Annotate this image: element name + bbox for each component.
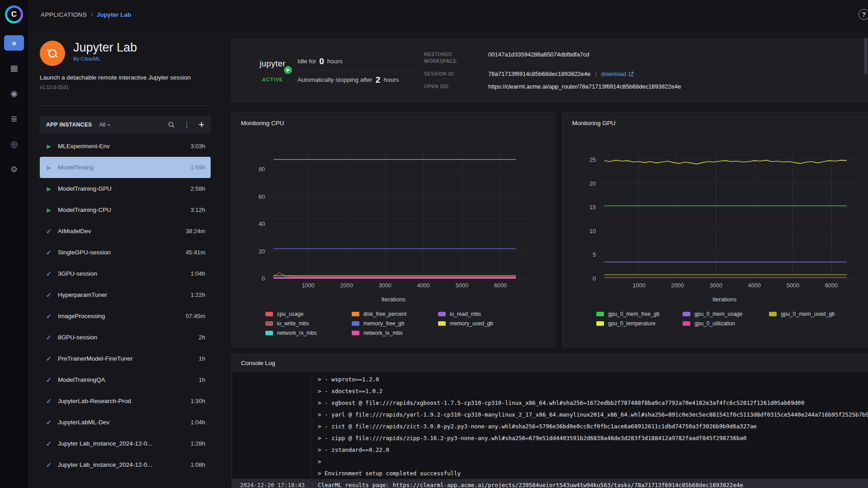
legend-item[interactable]: gpu_0_mem_used_gb — [769, 311, 853, 317]
help-icon[interactable]: ? — [859, 9, 868, 20]
legend-item[interactable]: gpu_0_mem_free_gb — [596, 311, 680, 317]
svg-text:0: 0 — [262, 275, 265, 282]
legend-swatch-icon — [265, 312, 273, 316]
cpu-chart-plot: 100020003000400050006000020406080 — [241, 142, 546, 294]
console-body[interactable]: > - wsproto==1.2.0> - xdoctest==1.0.2> -… — [232, 372, 868, 488]
completed-status-icon: ✓ — [45, 397, 52, 405]
open-ide-value[interactable]: https://clearml.acme.ai/app_router/78a71… — [488, 83, 681, 90]
legend-item[interactable]: cpu_usage — [265, 311, 349, 317]
instance-time: 45:41m — [186, 249, 205, 256]
legend-item[interactable]: disk_free_percent — [352, 311, 435, 317]
instances-filter-dropdown[interactable]: All ▾ — [99, 122, 110, 128]
jupyter-app-logo — [40, 41, 65, 66]
svg-text:0: 0 — [593, 275, 596, 282]
legend-item[interactable]: network_tx_mbs — [352, 330, 435, 336]
console-line-text: > - zict @ file:///rapids/zict-3.0.0-py2… — [311, 423, 757, 430]
gpu-chart-card: Monitoring GPU 1000200030004000500060000… — [562, 112, 868, 347]
instance-row[interactable]: ✓JupyterLab-Research-Prod1:30h — [40, 390, 211, 412]
restored-workspace-value: 00147a1d33594286a65074dbfbdfa7cd — [488, 51, 681, 58]
topbar: APPLICATIONS / Jupyter Lab ? RE — [28, 0, 868, 29]
stop-hours: 2 — [376, 75, 381, 85]
legend-label: disk_free_percent — [363, 311, 406, 317]
sidebar-item-datasets[interactable]: ◉ — [4, 86, 24, 101]
play-badge-icon — [283, 65, 293, 75]
legend-label: memory_free_gb — [363, 320, 405, 327]
instance-time: 1:04h — [190, 270, 205, 277]
download-link[interactable]: download — [601, 70, 634, 77]
instance-name: ImageProcessing — [58, 313, 180, 319]
instance-row[interactable]: ▶ModelTraining-GPU2:58h — [40, 178, 211, 199]
instance-name: ModelTrainingQA — [58, 376, 193, 383]
legend-item[interactable]: gpu_0_mem_usage — [683, 311, 766, 317]
session-logo: jupyter ACTIVE — [252, 59, 293, 82]
instance-row[interactable]: ✓HyperparamTuner1:22h — [40, 284, 211, 305]
legend-item[interactable]: memory_used_gb — [438, 320, 522, 327]
sidebar-item-models[interactable]: ◎ — [4, 136, 24, 152]
instance-time: 3:12h — [190, 206, 205, 213]
instance-row[interactable]: ✓3GPU-session1:04h — [40, 263, 211, 284]
legend-item[interactable]: io_read_mbs — [438, 311, 522, 317]
search-icon[interactable] — [168, 121, 175, 128]
instance-row[interactable]: ✓AIModelDev38:24m — [40, 221, 211, 242]
jupyter-wordmark: jupyter — [259, 59, 286, 69]
sidebar-item-applications[interactable]: » — [4, 35, 24, 51]
instance-row[interactable]: ✓8GPU-session2h — [40, 327, 211, 348]
legend-item[interactable]: memory_free_gb — [352, 320, 435, 327]
completed-status-icon: ✓ — [45, 418, 52, 427]
sidebar-item-projects[interactable]: ▦ — [4, 61, 24, 76]
breadcrumb-current[interactable]: Jupyter Lab — [97, 11, 132, 18]
stop-prefix: Automatically stopping after — [297, 76, 373, 83]
breadcrumb-applications[interactable]: APPLICATIONS — [41, 11, 87, 18]
legend-item[interactable]: network_rx_mbs — [265, 330, 349, 336]
instance-row[interactable]: ✓PreTrainerModel-FineTuner1h — [40, 348, 211, 369]
svg-text:4000: 4000 — [748, 282, 761, 289]
icon-rail: C »▦◉≣◎⚙ — [0, 0, 28, 488]
instance-row[interactable]: ✓Jupyter Lab_instance_2024-12-0...1:28h — [40, 433, 211, 454]
instance-row[interactable]: ✓Jupyter Lab_instance_2024-12-0...1:08h — [40, 454, 211, 475]
legend-item[interactable]: gpu_0_temperature — [596, 320, 680, 327]
instance-row[interactable]: ✓ModelTrainingQA1h — [40, 369, 211, 390]
legend-swatch-icon — [352, 331, 359, 335]
legend-swatch-icon — [265, 321, 273, 326]
kebab-menu-icon[interactable]: ⋮ — [183, 121, 190, 129]
instance-row[interactable]: ▶ModelTesting1:59h — [40, 157, 211, 178]
completed-status-icon: ✓ — [45, 312, 52, 320]
instance-row[interactable]: ▶MLExperiment-Env3:03h — [40, 136, 211, 157]
sidebar-item-pipelines[interactable]: ≣ — [4, 111, 24, 127]
instance-time: 1h — [199, 355, 205, 362]
add-instance-button[interactable]: + — [198, 120, 204, 130]
console-line-text: > Environment setup completed successful… — [311, 470, 461, 477]
clearml-logo[interactable]: C — [5, 5, 23, 23]
instance-time: 2h — [199, 334, 205, 341]
svg-text:25: 25 — [590, 156, 596, 163]
app-byline[interactable]: By ClearML — [73, 56, 137, 61]
instance-time: 1:08h — [190, 461, 205, 468]
sidebar-item-workers[interactable]: ⚙ — [4, 162, 24, 177]
svg-text:3000: 3000 — [710, 282, 722, 289]
instance-row[interactable]: ✓SingleGPU-session45:41m — [40, 242, 211, 263]
console-line-text: > - wsproto==1.2.0 — [311, 376, 379, 383]
legend-item[interactable]: io_write_mbs — [265, 320, 349, 327]
instance-row[interactable]: ✓JupyterLabML-Dev1:04h — [40, 412, 211, 433]
instances-filter-label: All — [99, 122, 105, 128]
instance-row[interactable]: ✓ImageProcessing07:45m — [40, 305, 211, 327]
legend-swatch-icon — [596, 312, 604, 316]
legend-item[interactable]: gpu_0_utilization — [683, 320, 766, 327]
svg-text:6000: 6000 — [494, 282, 507, 289]
console-line: > - zict @ file:///rapids/zict-3.0.0-py2… — [232, 420, 868, 432]
console-line: > - zipp @ file:///rapids/zipp-3.16.2-py… — [232, 432, 868, 444]
legend-label: gpu_0_utilization — [694, 320, 735, 327]
instance-row[interactable]: ▶ModelTraining-CPU3:12h — [40, 199, 211, 221]
instance-time: 3:03h — [190, 143, 205, 150]
svg-text:5000: 5000 — [456, 282, 468, 289]
breadcrumb-separator: / — [91, 11, 93, 18]
console-line: > - xgboost @ file:///rapids/xgboost-1.7… — [232, 397, 868, 408]
instances-toolbar: APP INSTANCES All ▾ ⋮ + — [40, 116, 211, 134]
legend-swatch-icon — [352, 312, 359, 316]
console-card: Console Log > - wsproto==1.2.0> - xdocte… — [231, 354, 868, 488]
legend-swatch-icon — [438, 321, 446, 326]
svg-text:2000: 2000 — [671, 282, 684, 289]
page-scrollbar[interactable] — [864, 38, 867, 74]
completed-status-icon: ✓ — [45, 227, 52, 235]
app-instances: APP INSTANCES All ▾ ⋮ + ▶MLExperiment-En… — [40, 116, 211, 488]
